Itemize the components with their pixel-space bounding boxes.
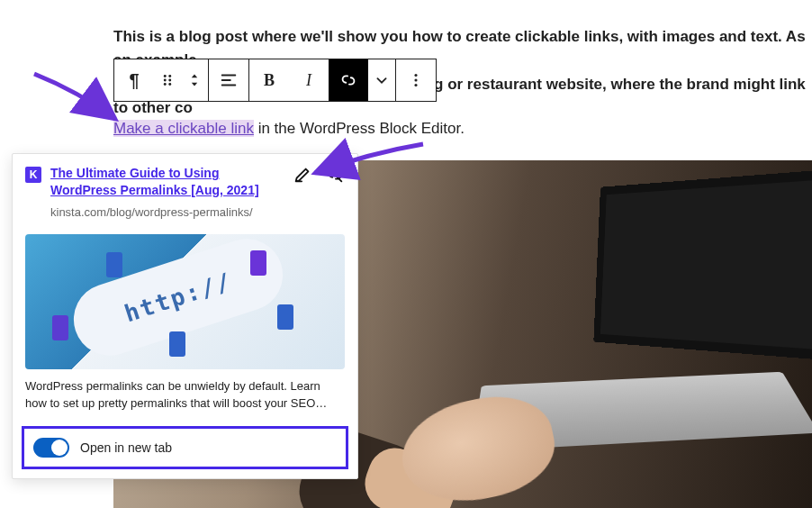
preview-figure bbox=[52, 315, 68, 340]
italic-button[interactable]: I bbox=[289, 59, 329, 101]
align-left-icon bbox=[219, 70, 239, 90]
photo-laptop-screen bbox=[593, 169, 812, 359]
svg-point-5 bbox=[168, 83, 171, 86]
link-button[interactable] bbox=[329, 59, 368, 101]
open-in-new-tab-toggle[interactable] bbox=[33, 438, 69, 458]
move-buttons[interactable] bbox=[181, 59, 208, 101]
italic-icon: I bbox=[306, 71, 311, 90]
drag-handle[interactable] bbox=[154, 59, 181, 101]
svg-point-3 bbox=[168, 79, 171, 82]
preview-pill-text: http:// bbox=[122, 268, 236, 328]
link-preview-image: http:// bbox=[25, 234, 345, 369]
bold-button[interactable]: B bbox=[249, 59, 289, 101]
photo-laptop bbox=[479, 196, 812, 431]
link-title[interactable]: The Ultimate Guide to Using WordPress Pe… bbox=[50, 165, 285, 199]
svg-point-0 bbox=[164, 75, 167, 77]
preview-figure bbox=[250, 250, 266, 276]
arrow-icon bbox=[25, 65, 151, 146]
move-up-down-icon bbox=[185, 70, 204, 90]
toggle-knob bbox=[51, 440, 68, 456]
align-button[interactable] bbox=[209, 59, 248, 101]
preview-figure bbox=[277, 304, 293, 330]
link-icon bbox=[338, 70, 358, 90]
more-rich-text-button[interactable] bbox=[368, 59, 395, 101]
preview-figure bbox=[169, 331, 185, 357]
link-description: WordPress permalinks can be unwieldy by … bbox=[13, 378, 357, 422]
bold-icon: B bbox=[264, 71, 275, 90]
options-button[interactable] bbox=[396, 59, 436, 101]
drag-icon bbox=[158, 70, 177, 90]
link-info: The Ultimate Guide to Using WordPress Pe… bbox=[50, 165, 285, 220]
link-url: kinsta.com/blog/wordpress-permalinks/ bbox=[50, 204, 285, 221]
toolbar-group-format: B I bbox=[249, 59, 396, 101]
toolbar-group-align bbox=[209, 59, 249, 101]
arrow-icon bbox=[297, 135, 432, 207]
preview-figure bbox=[106, 252, 122, 277]
svg-point-6 bbox=[414, 74, 417, 77]
open-in-new-tab-label: Open in new tab bbox=[80, 440, 172, 455]
svg-point-8 bbox=[414, 84, 417, 86]
svg-point-7 bbox=[414, 78, 417, 81]
block-toolbar: ¶ B I bbox=[113, 59, 437, 102]
svg-point-1 bbox=[168, 75, 171, 77]
svg-point-2 bbox=[164, 79, 167, 82]
open-in-new-tab-row: Open in new tab bbox=[22, 426, 348, 469]
toolbar-group-more bbox=[396, 59, 436, 101]
annotation-arrow-right bbox=[297, 135, 432, 211]
more-vertical-icon bbox=[406, 70, 426, 90]
site-favicon-letter: K bbox=[30, 168, 38, 181]
site-favicon: K bbox=[25, 167, 41, 183]
svg-point-4 bbox=[164, 83, 167, 86]
chevron-down-icon bbox=[372, 70, 392, 90]
annotation-arrow-left bbox=[25, 65, 151, 150]
